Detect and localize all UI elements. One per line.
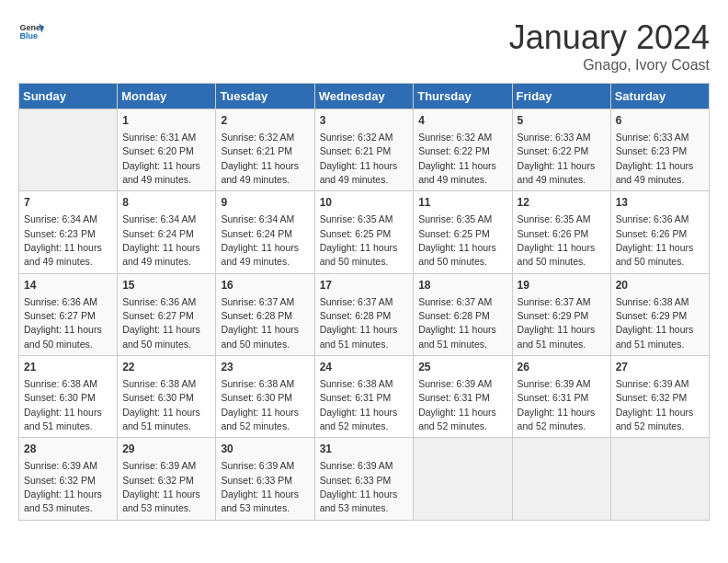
weekday-header-cell: Monday (118, 84, 216, 109)
weekday-header-row: SundayMondayTuesdayWednesdayThursdayFrid… (19, 84, 710, 109)
calendar-day-cell: 24 Sunrise: 6:38 AMSunset: 6:31 PMDaylig… (314, 356, 414, 438)
calendar-day-cell: 11 Sunrise: 6:35 AMSunset: 6:25 PMDaylig… (414, 191, 512, 273)
weekday-header-cell: Saturday (610, 84, 709, 109)
weekday-header-cell: Wednesday (314, 84, 414, 109)
calendar-day-cell: 29 Sunrise: 6:39 AMSunset: 6:32 PMDaylig… (118, 438, 216, 520)
day-info: Sunrise: 6:32 AMSunset: 6:21 PMDaylight:… (320, 132, 398, 185)
day-number: 2 (221, 113, 309, 129)
weekday-header-cell: Sunday (19, 84, 118, 109)
weekday-header-cell: Tuesday (216, 84, 314, 109)
day-number: 25 (418, 360, 506, 375)
day-info: Sunrise: 6:39 AMSunset: 6:33 PMDaylight:… (221, 460, 299, 513)
day-info: Sunrise: 6:39 AMSunset: 6:31 PMDaylight:… (418, 378, 496, 431)
calendar-day-cell: 16 Sunrise: 6:37 AMSunset: 6:28 PMDaylig… (216, 273, 314, 355)
day-number: 11 (418, 195, 506, 211)
calendar-day-cell: 22 Sunrise: 6:38 AMSunset: 6:30 PMDaylig… (118, 356, 216, 438)
day-info: Sunrise: 6:39 AMSunset: 6:32 PMDaylight:… (122, 460, 200, 513)
calendar-day-cell: 14 Sunrise: 6:36 AMSunset: 6:27 PMDaylig… (19, 273, 118, 355)
day-info: Sunrise: 6:34 AMSunset: 6:24 PMDaylight:… (221, 213, 299, 267)
calendar-day-cell: 20 Sunrise: 6:38 AMSunset: 6:29 PMDaylig… (610, 273, 709, 355)
day-info: Sunrise: 6:32 AMSunset: 6:21 PMDaylight:… (221, 132, 299, 185)
day-info: Sunrise: 6:36 AMSunset: 6:26 PMDaylight:… (616, 213, 694, 267)
day-info: Sunrise: 6:38 AMSunset: 6:30 PMDaylight:… (221, 378, 299, 431)
day-info: Sunrise: 6:33 AMSunset: 6:22 PMDaylight:… (518, 132, 596, 185)
day-number: 23 (221, 360, 309, 375)
calendar-week-row: 14 Sunrise: 6:36 AMSunset: 6:27 PMDaylig… (19, 273, 710, 355)
day-number: 20 (616, 278, 704, 293)
svg-text:Blue: Blue (19, 31, 38, 40)
day-number: 31 (320, 442, 409, 457)
day-number: 30 (221, 442, 309, 457)
day-info: Sunrise: 6:37 AMSunset: 6:28 PMDaylight:… (320, 296, 398, 350)
calendar-day-cell: 7 Sunrise: 6:34 AMSunset: 6:23 PMDayligh… (19, 191, 118, 273)
day-number: 10 (320, 195, 409, 211)
day-info: Sunrise: 6:34 AMSunset: 6:24 PMDaylight:… (122, 213, 200, 267)
day-info: Sunrise: 6:37 AMSunset: 6:28 PMDaylight:… (418, 296, 496, 350)
calendar-day-cell: 27 Sunrise: 6:39 AMSunset: 6:32 PMDaylig… (610, 356, 709, 438)
calendar-day-cell: 5 Sunrise: 6:33 AMSunset: 6:22 PMDayligh… (512, 109, 610, 191)
day-info: Sunrise: 6:38 AMSunset: 6:29 PMDaylight:… (616, 296, 694, 350)
day-number: 19 (518, 278, 606, 293)
calendar-day-cell: 18 Sunrise: 6:37 AMSunset: 6:28 PMDaylig… (414, 273, 512, 355)
day-number: 12 (518, 195, 606, 211)
calendar-day-cell: 25 Sunrise: 6:39 AMSunset: 6:31 PMDaylig… (414, 356, 512, 438)
calendar-day-cell: 31 Sunrise: 6:39 AMSunset: 6:33 PMDaylig… (314, 438, 414, 520)
calendar-day-cell: 21 Sunrise: 6:38 AMSunset: 6:30 PMDaylig… (19, 356, 118, 438)
day-number: 27 (616, 360, 704, 375)
calendar-week-row: 28 Sunrise: 6:39 AMSunset: 6:32 PMDaylig… (19, 438, 710, 520)
calendar-body: 1 Sunrise: 6:31 AMSunset: 6:20 PMDayligh… (19, 109, 710, 521)
day-number: 4 (418, 113, 506, 129)
day-info: Sunrise: 6:39 AMSunset: 6:31 PMDaylight:… (518, 378, 596, 431)
calendar-day-cell: 12 Sunrise: 6:35 AMSunset: 6:26 PMDaylig… (512, 191, 610, 273)
logo-icon: General Blue (18, 18, 44, 44)
day-number: 17 (320, 278, 409, 293)
weekday-header-cell: Thursday (414, 84, 512, 109)
day-info: Sunrise: 6:38 AMSunset: 6:31 PMDaylight:… (320, 378, 398, 431)
day-info: Sunrise: 6:37 AMSunset: 6:28 PMDaylight:… (221, 296, 299, 350)
calendar-day-cell: 9 Sunrise: 6:34 AMSunset: 6:24 PMDayligh… (216, 191, 314, 273)
day-number: 14 (24, 278, 112, 293)
title-block: January 2024 Gnago, Ivory Coast (509, 18, 710, 74)
calendar-day-cell: 15 Sunrise: 6:36 AMSunset: 6:27 PMDaylig… (118, 273, 216, 355)
day-info: Sunrise: 6:31 AMSunset: 6:20 PMDaylight:… (122, 132, 200, 185)
logo: General Blue (18, 18, 44, 44)
day-number: 18 (418, 278, 506, 293)
day-number: 29 (122, 442, 210, 457)
calendar-day-cell: 30 Sunrise: 6:39 AMSunset: 6:33 PMDaylig… (216, 438, 314, 520)
calendar-week-row: 7 Sunrise: 6:34 AMSunset: 6:23 PMDayligh… (19, 191, 710, 273)
day-info: Sunrise: 6:33 AMSunset: 6:23 PMDaylight:… (616, 132, 694, 185)
day-info: Sunrise: 6:35 AMSunset: 6:25 PMDaylight:… (320, 213, 398, 267)
calendar-day-cell: 28 Sunrise: 6:39 AMSunset: 6:32 PMDaylig… (19, 438, 118, 520)
day-number: 15 (122, 278, 210, 293)
calendar-day-cell: 1 Sunrise: 6:31 AMSunset: 6:20 PMDayligh… (118, 109, 216, 191)
day-info: Sunrise: 6:39 AMSunset: 6:32 PMDaylight:… (24, 460, 102, 513)
day-number: 21 (24, 360, 112, 375)
calendar-day-cell (512, 438, 610, 520)
calendar-week-row: 21 Sunrise: 6:38 AMSunset: 6:30 PMDaylig… (19, 356, 710, 438)
day-info: Sunrise: 6:35 AMSunset: 6:25 PMDaylight:… (418, 213, 496, 267)
day-info: Sunrise: 6:39 AMSunset: 6:33 PMDaylight:… (320, 460, 398, 513)
calendar-day-cell (19, 109, 118, 191)
calendar-day-cell: 10 Sunrise: 6:35 AMSunset: 6:25 PMDaylig… (314, 191, 414, 273)
day-number: 22 (122, 360, 210, 375)
day-number: 8 (122, 195, 210, 211)
day-info: Sunrise: 6:37 AMSunset: 6:29 PMDaylight:… (518, 296, 596, 350)
month-year-title: January 2024 (509, 18, 710, 57)
calendar-day-cell: 6 Sunrise: 6:33 AMSunset: 6:23 PMDayligh… (610, 109, 709, 191)
calendar-day-cell: 13 Sunrise: 6:36 AMSunset: 6:26 PMDaylig… (610, 191, 709, 273)
day-number: 9 (221, 195, 309, 211)
calendar-day-cell: 26 Sunrise: 6:39 AMSunset: 6:31 PMDaylig… (512, 356, 610, 438)
calendar-day-cell: 4 Sunrise: 6:32 AMSunset: 6:22 PMDayligh… (414, 109, 512, 191)
day-number: 1 (122, 113, 210, 129)
calendar-day-cell: 17 Sunrise: 6:37 AMSunset: 6:28 PMDaylig… (314, 273, 414, 355)
day-info: Sunrise: 6:35 AMSunset: 6:26 PMDaylight:… (518, 213, 596, 267)
calendar-day-cell: 23 Sunrise: 6:38 AMSunset: 6:30 PMDaylig… (216, 356, 314, 438)
day-info: Sunrise: 6:38 AMSunset: 6:30 PMDaylight:… (122, 378, 200, 431)
day-number: 28 (24, 442, 112, 457)
calendar-day-cell: 19 Sunrise: 6:37 AMSunset: 6:29 PMDaylig… (512, 273, 610, 355)
day-number: 7 (24, 195, 112, 211)
day-info: Sunrise: 6:34 AMSunset: 6:23 PMDaylight:… (24, 213, 102, 267)
day-number: 26 (518, 360, 606, 375)
day-info: Sunrise: 6:39 AMSunset: 6:32 PMDaylight:… (616, 378, 694, 431)
day-number: 16 (221, 278, 309, 293)
